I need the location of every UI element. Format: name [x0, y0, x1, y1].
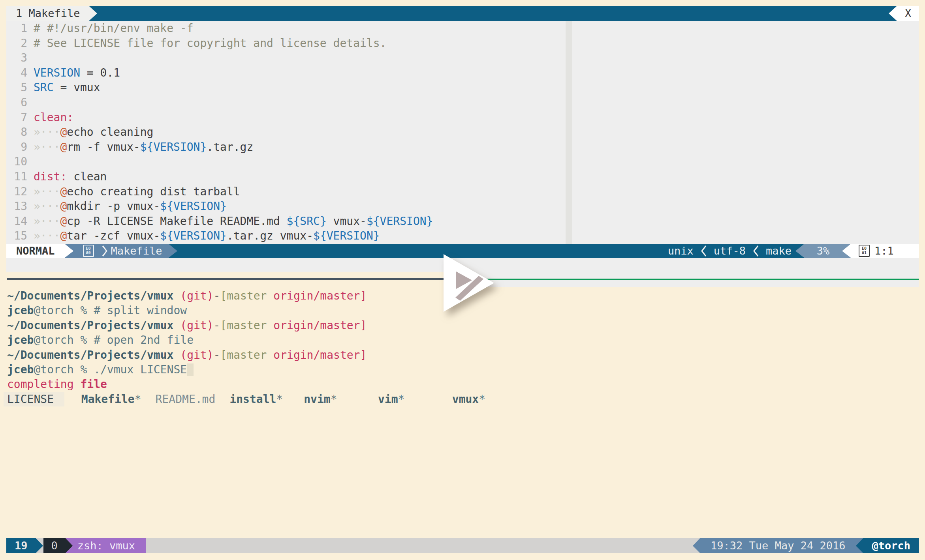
text-segment-ident: ${VERSION}	[160, 199, 227, 214]
line-number: 9	[6, 140, 27, 155]
editor-scrollbar[interactable]	[566, 21, 572, 244]
editor-line: 1# #!/usr/bin/env make -f	[6, 21, 919, 36]
branch-glyph-fallback-box: E0A0	[83, 245, 94, 257]
linenr-glyph-fallback-box: E0A1	[859, 245, 870, 257]
window-index-segment[interactable]: 0	[43, 538, 66, 553]
editor-line: 2# See LICENSE file for copyright and li…	[6, 36, 919, 51]
text-segment-slate: @torch % # split window	[34, 304, 187, 317]
editor-buffer[interactable]: 1# #!/usr/bin/env make -f2# See LICENSE …	[6, 21, 919, 244]
terminal-pane[interactable]: ~/Documents/Projects/vmux (git)-[master …	[7, 288, 919, 406]
text-segment-text: echo creating dist tarball	[67, 184, 240, 199]
text-segment-olive: [master	[220, 319, 273, 332]
text-segment-text: rm -f vmux-	[67, 140, 140, 155]
cursor-position-label: 1:1	[874, 244, 894, 258]
text-segment-text: tar -zcf vmux-	[67, 228, 160, 243]
hostname-segment: @torch	[863, 538, 919, 553]
text-segment-ident: ${VERSION}	[313, 228, 380, 243]
text-segment-ident: ${VERSION}	[160, 228, 227, 243]
powerline-arrow	[169, 244, 177, 258]
text-segment-user: jceb	[7, 304, 34, 317]
executable-marker: *	[398, 393, 405, 406]
completion-item[interactable]: nvim*	[304, 392, 378, 406]
line-number: 13	[6, 199, 27, 214]
completion-item[interactable]: vim*	[378, 392, 452, 406]
text-segment-red: origin/master]	[273, 289, 367, 302]
filename-segment: E0A0 Makefile	[73, 244, 169, 258]
editor-line: 13»···@mkdir -p vmux-${VERSION}	[6, 199, 919, 214]
completion-item[interactable]: install*	[229, 392, 304, 406]
executable-marker: *	[276, 393, 283, 406]
completion-item-label: vim	[378, 393, 398, 406]
completion-item-label: LICENSE	[4, 392, 64, 406]
editor-line: 14»···@cp -R LICENSE Makefile README.md …	[6, 214, 919, 229]
line-number: 15	[6, 228, 27, 243]
text-segment-at: @	[60, 184, 67, 199]
editor-line: 6	[6, 95, 919, 110]
filetype-label: make	[762, 244, 795, 258]
chevron-right-icon	[102, 245, 108, 257]
completion-item[interactable]: Makefile*	[81, 392, 156, 406]
text-segment-comment: # See LICENSE file for copyright and lic…	[34, 36, 386, 51]
scroll-percent: 3%	[804, 244, 842, 258]
powerline-arrow	[795, 244, 804, 258]
filename-label: Makefile	[111, 244, 162, 258]
text-segment-text: mkdir -p vmux-	[67, 199, 160, 214]
text-segment-ws: »···	[34, 125, 60, 140]
fileformat-label: unix	[664, 244, 698, 258]
text-segment-red: origin/master]	[273, 319, 367, 332]
executable-marker: *	[331, 393, 337, 406]
powerline-arrow	[36, 538, 43, 553]
editor-line: 11dist: clean	[6, 169, 919, 184]
pane-divider-right	[454, 279, 919, 280]
text-segment-ws: »···	[34, 214, 60, 229]
chevron-left-icon	[753, 245, 759, 257]
powerline-arrow	[693, 538, 700, 553]
terminal-cursor	[187, 363, 194, 376]
text-segment-slate	[173, 348, 180, 361]
editor-line: 5SRC = vmux	[6, 80, 919, 95]
editor-line: 15»···@tar -zcf vmux-${VERSION}.tar.gz v…	[6, 228, 919, 243]
line-number: 8	[6, 125, 27, 140]
line-number: 4	[6, 66, 27, 81]
text-segment-red: origin/master]	[273, 348, 367, 361]
text-segment-text: .tar.gz vmux-	[227, 228, 313, 243]
text-segment-text: = vmux	[54, 80, 100, 95]
text-segment-dash: -	[214, 289, 220, 302]
completion-item[interactable]: README.md	[156, 392, 230, 406]
encoding-label: utf-8	[710, 244, 750, 258]
text-segment-red: (git)	[180, 348, 213, 361]
completion-item-label: vmux	[452, 393, 479, 406]
cursor-position-segment: E0A1 1:1	[851, 244, 919, 258]
window-name-segment[interactable]: zsh: vmux	[73, 538, 146, 553]
text-segment-path: ~/Documents/Projects/vmux	[7, 319, 173, 332]
tab-makefile[interactable]: 1 Makefile	[6, 6, 89, 21]
text-segment-olive: [master	[220, 289, 273, 302]
terminal-line: ~/Documents/Projects/vmux (git)-[master …	[7, 288, 919, 303]
text-segment-slate	[173, 319, 180, 332]
text-segment-slate	[173, 289, 180, 302]
completion-item[interactable]: LICENSE	[7, 392, 81, 406]
completion-item[interactable]: vmux*	[452, 392, 485, 406]
executable-marker: *	[135, 393, 141, 406]
powerline-arrow	[65, 244, 73, 258]
terminal-line: jceb@torch % ./vmux LICENSE	[7, 362, 919, 377]
pane-divider-left	[7, 278, 454, 280]
text-segment-ident: ${SRC}	[287, 214, 327, 229]
text-segment-at: @	[60, 199, 67, 214]
text-segment-user: jceb	[7, 333, 34, 346]
text-segment-dash: -	[214, 319, 220, 332]
line-number: 11	[6, 169, 27, 184]
text-segment-path: ~/Documents/Projects/vmux	[7, 348, 173, 361]
text-segment-olive: [master	[220, 348, 273, 361]
editor-lines: 1# #!/usr/bin/env make -f2# See LICENSE …	[6, 21, 919, 243]
session-name-segment[interactable]: 19	[6, 538, 36, 553]
powerline-arrow	[66, 538, 73, 553]
powerline-arrow	[842, 244, 851, 258]
line-number: 6	[6, 95, 27, 110]
tabline-fill	[97, 6, 889, 21]
text-segment-text: = 0.1	[80, 66, 120, 81]
line-number: 7	[6, 110, 27, 125]
line-number: 3	[6, 51, 27, 66]
text-segment-at: @	[60, 228, 67, 243]
close-button[interactable]: X	[897, 6, 919, 21]
